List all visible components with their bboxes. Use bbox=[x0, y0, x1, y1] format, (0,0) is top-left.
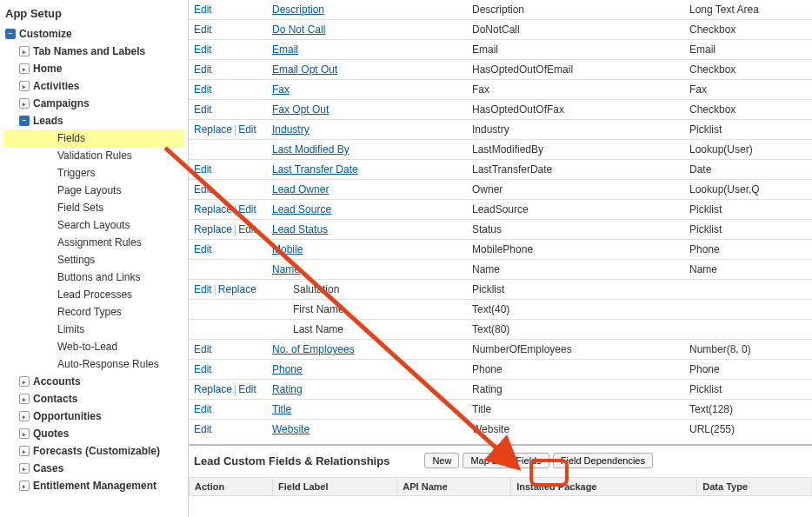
sidebar-item-leads[interactable]: Leads bbox=[3, 112, 184, 129]
sidebar-item-web-to-lead[interactable]: Web-to-Lead bbox=[3, 338, 184, 355]
field-data-type: URL(255) bbox=[684, 420, 812, 440]
field-api-name: Picklist bbox=[467, 280, 684, 300]
table-row: EditLead OwnerOwnerLookup(User,Q bbox=[189, 180, 812, 200]
field-dependencies-button[interactable]: Field Dependencies bbox=[553, 453, 653, 468]
expand-icon[interactable] bbox=[19, 63, 30, 74]
edit-link[interactable]: Edit bbox=[194, 3, 212, 16]
edit-link[interactable]: Edit bbox=[194, 43, 212, 56]
sidebar-item-contacts[interactable]: Contacts bbox=[3, 390, 184, 408]
field-label-link[interactable]: Last Modified By bbox=[272, 143, 349, 156]
collapse-icon[interactable] bbox=[19, 116, 30, 126]
expand-icon[interactable] bbox=[19, 446, 30, 456]
edit-link[interactable]: Edit bbox=[194, 83, 212, 96]
table-row: Replace|EditLead StatusStatusPicklist bbox=[189, 220, 812, 240]
expand-icon[interactable] bbox=[19, 81, 30, 91]
column-header: Data Type bbox=[697, 478, 812, 496]
field-label-link[interactable]: Industry bbox=[272, 123, 309, 136]
edit-link[interactable]: Edit bbox=[194, 243, 212, 255]
table-row: First NameText(40) bbox=[189, 300, 812, 320]
expand-icon[interactable] bbox=[19, 428, 30, 439]
field-label-link[interactable]: Email bbox=[272, 43, 298, 56]
edit-link[interactable]: Edit bbox=[238, 383, 256, 395]
sidebar-item-accounts[interactable]: Accounts bbox=[3, 373, 184, 390]
field-data-type: Date bbox=[684, 160, 812, 180]
expand-icon[interactable] bbox=[19, 376, 30, 387]
sidebar-item-record-types[interactable]: Record Types bbox=[3, 303, 184, 321]
field-label-link[interactable]: No. of Employees bbox=[272, 343, 355, 355]
table-row: NameNameName bbox=[189, 260, 812, 280]
edit-link[interactable]: Edit bbox=[194, 403, 212, 415]
expand-icon[interactable] bbox=[19, 98, 30, 109]
map-lead-fields-button[interactable]: Map Lead Fields bbox=[463, 453, 549, 468]
edit-link[interactable]: Edit bbox=[194, 163, 212, 176]
field-label-link[interactable]: Lead Status bbox=[272, 223, 328, 235]
table-row: EditTitleTitleText(128) bbox=[189, 400, 812, 420]
edit-link[interactable]: Edit bbox=[194, 103, 212, 116]
edit-link[interactable]: Edit bbox=[194, 423, 212, 435]
sidebar-item-field-sets[interactable]: Field Sets bbox=[3, 199, 184, 216]
field-label-link[interactable]: Mobile bbox=[272, 243, 303, 255]
expand-icon[interactable] bbox=[19, 463, 30, 474]
sidebar-item-page-layouts[interactable]: Page Layouts bbox=[3, 182, 184, 199]
field-label-link[interactable]: Title bbox=[272, 403, 291, 415]
sidebar-item-cases[interactable]: Cases bbox=[3, 460, 184, 477]
edit-link[interactable]: Edit bbox=[194, 363, 212, 375]
field-label-link[interactable]: Lead Source bbox=[272, 203, 331, 215]
field-api-name: Owner bbox=[467, 180, 684, 200]
replace-link[interactable]: Replace bbox=[194, 123, 232, 136]
sidebar-item-triggers[interactable]: Triggers bbox=[3, 164, 184, 182]
expand-icon[interactable] bbox=[19, 394, 30, 404]
field-api-name: HasOptedOutOfFax bbox=[467, 100, 684, 120]
edit-link[interactable]: Edit bbox=[194, 343, 212, 355]
sidebar-item-settings[interactable]: Settings bbox=[3, 251, 184, 268]
field-label-link[interactable]: Name bbox=[272, 263, 300, 275]
replace-link[interactable]: Replace bbox=[194, 383, 232, 395]
field-label-cell: Salutation bbox=[267, 280, 467, 300]
expand-icon[interactable] bbox=[19, 411, 30, 421]
edit-link[interactable]: Edit bbox=[238, 203, 256, 215]
field-label-link[interactable]: Fax Opt Out bbox=[272, 103, 329, 116]
sidebar-item-lead-processes[interactable]: Lead Processes bbox=[3, 286, 184, 303]
sidebar-item-fields[interactable]: Fields bbox=[3, 129, 184, 147]
field-data-type: Checkbox bbox=[684, 100, 812, 120]
replace-link[interactable]: Replace bbox=[194, 223, 232, 235]
sidebar-item-validation-rules[interactable]: Validation Rules bbox=[3, 147, 184, 164]
field-label-link[interactable]: Website bbox=[272, 423, 309, 435]
replace-link[interactable]: Replace bbox=[218, 283, 256, 295]
field-label-link[interactable]: Description bbox=[272, 3, 324, 16]
sidebar-item-campaigns[interactable]: Campaigns bbox=[3, 95, 184, 112]
sidebar-item-quotes[interactable]: Quotes bbox=[3, 425, 184, 442]
edit-link[interactable]: Edit bbox=[194, 283, 212, 295]
edit-link[interactable]: Edit bbox=[238, 223, 256, 235]
replace-link[interactable]: Replace bbox=[194, 203, 232, 215]
sidebar-item-entitlement-management[interactable]: Entitlement Management bbox=[3, 477, 184, 494]
edit-link[interactable]: Edit bbox=[194, 183, 212, 196]
sidebar-item-buttons-and-links[interactable]: Buttons and Links bbox=[3, 268, 184, 286]
sidebar-item-home[interactable]: Home bbox=[3, 60, 184, 77]
sidebar-item-auto-response-rules[interactable]: Auto-Response Rules bbox=[3, 355, 184, 373]
sidebar-item-forecasts-customizable-[interactable]: Forecasts (Customizable) bbox=[3, 442, 184, 460]
sidebar-item-tab-names-and-labels[interactable]: Tab Names and Labels bbox=[3, 43, 184, 60]
field-label-link[interactable]: Do Not Call bbox=[272, 23, 325, 36]
edit-link[interactable]: Edit bbox=[194, 63, 212, 76]
field-label-link[interactable]: Rating bbox=[272, 383, 303, 395]
edit-link[interactable]: Edit bbox=[194, 23, 212, 36]
sidebar-item-customize[interactable]: Customize bbox=[3, 25, 184, 43]
sidebar-item-opportunities[interactable]: Opportunities bbox=[3, 408, 184, 425]
expand-icon[interactable] bbox=[19, 46, 30, 56]
expand-icon[interactable] bbox=[19, 481, 30, 491]
field-label-link[interactable]: Lead Owner bbox=[272, 183, 329, 196]
field-label-link[interactable]: Last Transfer Date bbox=[272, 163, 358, 176]
collapse-icon[interactable] bbox=[5, 29, 16, 39]
sidebar-item-label: Accounts bbox=[33, 375, 81, 388]
field-label-cell: Website bbox=[267, 420, 467, 440]
sidebar-item-search-layouts[interactable]: Search Layouts bbox=[3, 216, 184, 234]
field-label-link[interactable]: Fax bbox=[272, 83, 290, 96]
sidebar-item-limits[interactable]: Limits bbox=[3, 321, 184, 338]
sidebar-item-assignment-rules[interactable]: Assignment Rules bbox=[3, 234, 184, 251]
field-label-link[interactable]: Phone bbox=[272, 363, 303, 375]
edit-link[interactable]: Edit bbox=[238, 123, 256, 136]
new-button[interactable]: New bbox=[424, 453, 459, 468]
field-label-link[interactable]: Email Opt Out bbox=[272, 63, 337, 76]
sidebar-item-activities[interactable]: Activities bbox=[3, 77, 184, 95]
